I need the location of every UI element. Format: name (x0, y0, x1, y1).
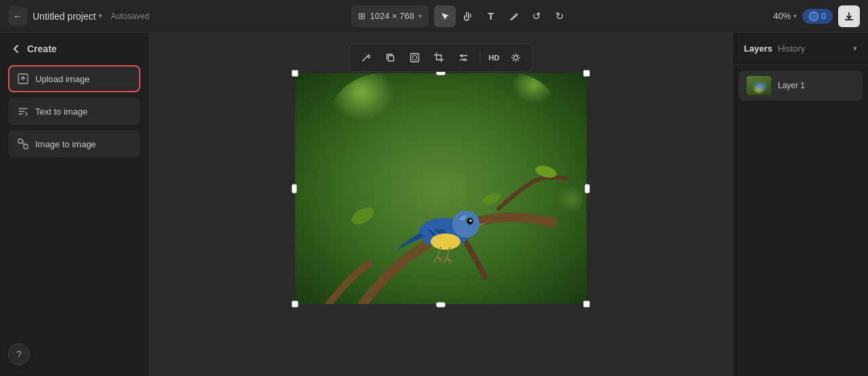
svg-point-22 (470, 220, 472, 222)
canvas-area[interactable]: HD ↺ AI (149, 33, 732, 376)
create-back-icon (11, 43, 22, 54)
svg-rect-4 (24, 145, 28, 149)
hand-icon (462, 11, 473, 22)
history-chevron: ▾ (853, 44, 857, 53)
autosaved-label: Autosaved (111, 12, 149, 21)
left-sidebar: Create Upload image Text to image I (0, 33, 149, 376)
magic-wand-icon (361, 52, 372, 63)
effects-icon (510, 52, 521, 63)
resize-handle-bottom-right[interactable] (583, 301, 590, 307)
credits-icon (809, 12, 818, 21)
export-button[interactable] (838, 5, 860, 27)
undo-icon: ↺ (532, 10, 541, 22)
export-icon (844, 12, 854, 21)
topbar-left: ← Untitled project ▾ Autosaved (8, 7, 149, 26)
image-container[interactable]: ↺ AI (295, 73, 587, 304)
resize-handle-middle-left[interactable] (292, 184, 297, 193)
select-tool-button[interactable] (434, 5, 456, 27)
canvas-size-chevron: ▾ (418, 12, 422, 20)
upload-image-label: Upload image (35, 74, 90, 84)
topbar: ← Untitled project ▾ Autosaved ⊞ 1024 × … (0, 0, 868, 33)
svg-point-13 (468, 73, 556, 148)
topbar-center: ⊞ 1024 × 768 ▾ T (155, 5, 768, 27)
canvas-size-button[interactable]: ⊞ 1024 × 768 ▾ (351, 5, 428, 27)
svg-point-19 (431, 233, 460, 250)
text-to-image-icon (18, 106, 28, 117)
layers-tab[interactable]: Layers (744, 41, 772, 56)
duplicate-button[interactable] (380, 47, 401, 69)
svg-point-12 (329, 73, 437, 168)
image-to-image-label: Image to image (35, 139, 96, 149)
resize-handle-bottom-left[interactable] (292, 301, 298, 307)
upload-icon (18, 73, 28, 84)
svg-point-20 (452, 210, 479, 238)
layer-thumbnail (747, 76, 771, 95)
svg-rect-7 (413, 56, 417, 60)
frame-button[interactable] (404, 47, 426, 69)
hd-button[interactable]: HD (486, 47, 502, 69)
sidebar-item-text-to-image[interactable]: Text to image (8, 98, 140, 125)
sidebar-header-label: Create (27, 43, 57, 54)
image-to-image-icon (18, 138, 28, 149)
svg-point-10 (513, 56, 517, 60)
pen-icon (509, 12, 519, 21)
text-tool-button[interactable]: T (480, 5, 502, 27)
canvas-toolbar: HD (349, 43, 533, 72)
topbar-right: 40% ▾ 0 (773, 5, 860, 27)
sidebar-header: Create (8, 43, 140, 60)
sidebar-bottom: ? (8, 343, 140, 365)
magic-wand-button[interactable] (355, 47, 377, 69)
zoom-label: 40% (773, 11, 791, 21)
help-button[interactable]: ? (8, 343, 30, 365)
zoom-button[interactable]: 40% ▾ (773, 11, 797, 21)
frame-icon (410, 52, 420, 63)
crop-button[interactable] (429, 47, 450, 69)
duplicate-icon (385, 52, 396, 63)
cursor-icon (440, 12, 450, 21)
svg-point-1 (812, 14, 816, 18)
canvas-content: ↺ AI (295, 73, 587, 304)
credits-count: 0 (821, 12, 826, 21)
resize-handle-middle-right[interactable] (585, 184, 590, 193)
back-button[interactable]: ← (8, 7, 27, 26)
adjust-icon (458, 52, 469, 63)
history-tab[interactable]: History (778, 41, 805, 56)
main-area: Create Upload image Text to image I (0, 33, 868, 376)
resize-handle-bottom-center[interactable] (436, 302, 446, 307)
pen-tool-button[interactable] (503, 5, 525, 27)
back-icon: ← (13, 11, 22, 22)
sidebar-item-upload-image[interactable]: Upload image (8, 65, 140, 92)
effects-button[interactable] (505, 47, 526, 69)
toolbar-divider (480, 51, 481, 64)
canvas-size-icon: ⊞ (358, 11, 366, 21)
project-name-label: Untitled project (33, 11, 96, 22)
svg-rect-3 (18, 139, 22, 143)
canvas-image (295, 73, 587, 304)
crop-icon (434, 52, 445, 63)
bird-svg (295, 73, 587, 304)
undo-button[interactable]: ↺ (526, 5, 548, 27)
layer-thumb-image (747, 76, 771, 95)
sidebar-item-image-to-image[interactable]: Image to image (8, 130, 140, 157)
resize-handle-top-left[interactable] (292, 70, 298, 77)
layer-item[interactable]: Layer 1 (738, 71, 863, 100)
zoom-chevron: ▾ (793, 12, 797, 20)
text-tool-icon: T (488, 10, 494, 22)
right-sidebar: Layers History ▾ Layer 1 (732, 33, 868, 376)
pan-tool-button[interactable] (457, 5, 479, 27)
project-name-chevron: ▾ (98, 12, 102, 20)
project-name-button[interactable]: Untitled project ▾ (33, 11, 102, 22)
layer-name: Layer 1 (778, 81, 805, 90)
tool-group: T ↺ ↻ (434, 5, 571, 27)
redo-icon: ↻ (555, 10, 564, 22)
hd-label: HD (489, 54, 500, 62)
canvas-size-label: 1024 × 768 (370, 11, 414, 21)
history-dropdown[interactable]: ▾ (853, 44, 857, 53)
credits-badge[interactable]: 0 (802, 9, 833, 24)
resize-handle-top-right[interactable] (583, 70, 590, 77)
help-icon: ? (16, 349, 22, 360)
text-to-image-label: Text to image (35, 107, 87, 117)
svg-rect-5 (389, 56, 394, 61)
redo-button[interactable]: ↻ (549, 5, 571, 27)
adjust-button[interactable] (453, 47, 475, 69)
